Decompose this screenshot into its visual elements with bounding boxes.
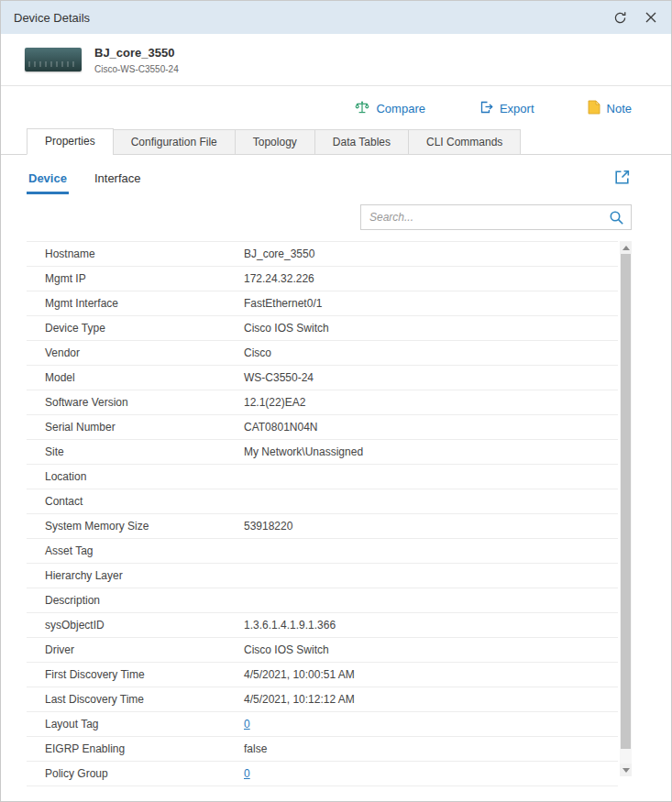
tab-data-tables[interactable]: Data Tables [314,129,409,155]
table-row: Asset Tag [27,539,618,564]
compare-label: Compare [376,102,424,115]
search-icon[interactable] [605,210,631,225]
table-row: Location [27,465,618,489]
table-row: Software Version12.1(22)EA2 [27,390,618,415]
device-details-dialog: Device Details BJ_core_3550 Cisco-WS-C35… [0,0,672,802]
property-label: Contact [45,495,244,508]
table-row: SiteMy Network\Unassigned [27,440,618,465]
table-row: Hierarchy Layer [27,564,618,588]
device-image [25,48,82,71]
property-value: CAT0801N04N [244,421,317,434]
note-button[interactable]: Note [588,100,632,117]
properties-panel: DeviceInterface Ho [1,155,671,786]
property-label: First Discovery Time [45,668,244,681]
scroll-down-icon[interactable] [620,764,632,776]
subtab-row: DeviceInterface [27,170,632,195]
subtab-device[interactable]: Device [27,170,69,194]
tab-properties[interactable]: Properties [27,128,114,155]
device-name: BJ_core_3550 [94,46,179,60]
export-button[interactable]: Export [479,100,534,117]
refresh-icon[interactable] [613,11,627,25]
table-row: Layout Tag0 [27,712,618,737]
property-label: Device Type [45,322,244,335]
property-label: Last Discovery Time [45,693,244,706]
table-row: System Memory Size53918220 [27,514,618,539]
property-value: 12.1(22)EA2 [244,396,305,409]
property-value: 4/5/2021, 10:00:51 AM [244,668,355,681]
table-row: sysObjectID1.3.6.1.4.1.9.1.366 [27,613,618,638]
property-value: Cisco IOS Switch [244,322,329,335]
search-box [360,204,632,230]
property-value: 4/5/2021, 10:12:12 AM [244,693,355,706]
export-label: Export [500,102,534,115]
property-label: Software Version [45,396,244,409]
tab-configuration-file[interactable]: Configuration File [113,129,236,155]
titlebar: Device Details [1,1,671,34]
tab-topology[interactable]: Topology [235,129,315,155]
search-input[interactable] [361,211,605,224]
table-row: VendorCisco [27,341,618,366]
table-row: Last Discovery Time4/5/2021, 10:12:12 AM [27,687,618,712]
note-label: Note [607,102,632,115]
table-row: ModelWS-C3550-24 [27,366,618,390]
property-label: Mgmt IP [45,272,244,285]
search-row [27,204,632,230]
property-value: WS-C3550-24 [244,371,314,384]
property-value-link[interactable]: 0 [244,718,250,731]
table-row: Description [27,588,618,613]
property-label: Description [45,594,244,607]
property-label: EIGRP Enabling [45,742,244,755]
table-row: HostnameBJ_core_3550 [27,242,618,267]
property-label: Model [45,371,244,384]
property-value: 53918220 [244,520,292,533]
property-value: BJ_core_3550 [244,247,314,260]
action-bar: Compare Export Note [1,86,671,128]
tab-bar: PropertiesConfiguration FileTopologyData… [1,128,671,155]
table-row: DriverCisco IOS Switch [27,638,618,663]
table-row: Mgmt InterfaceFastEthernet0/1 [27,291,618,316]
property-label: Hostname [45,247,244,260]
property-label: System Memory Size [45,520,244,533]
table-row: Mgmt IP172.24.32.226 [27,267,618,291]
property-value: 172.24.32.226 [244,272,314,285]
compare-button[interactable]: Compare [355,100,424,117]
property-label: Site [45,445,244,458]
property-label: Mgmt Interface [45,297,244,310]
property-label: Policy Group [45,767,244,780]
scroll-up-icon[interactable] [620,241,632,254]
property-value: 1.3.6.1.4.1.9.1.366 [244,619,336,632]
property-label: Asset Tag [45,544,244,557]
compare-scales-icon [355,100,369,117]
close-icon[interactable] [645,12,656,23]
tab-cli-commands[interactable]: CLI Commands [408,129,521,155]
property-label: Hierarchy Layer [45,569,244,582]
titlebar-icons [613,11,656,25]
vertical-scrollbar[interactable] [620,241,632,776]
scrollbar-thumb[interactable] [621,254,631,749]
device-header: BJ_core_3550 Cisco-WS-C3550-24 [1,34,671,86]
property-label: Location [45,470,244,483]
table-row: EIGRP Enablingfalse [27,737,618,762]
device-model: Cisco-WS-C3550-24 [94,64,179,74]
property-label: Serial Number [45,421,244,434]
export-icon [479,100,493,117]
property-value: My Network\Unassigned [244,445,363,458]
note-icon [588,100,600,117]
table-row: Serial NumberCAT0801N04N [27,415,618,440]
property-value: false [244,742,267,755]
table-row: Policy Group0 [27,762,618,786]
subtabs: DeviceInterface [27,170,167,194]
subtab-interface[interactable]: Interface [93,170,143,194]
property-value-link[interactable]: 0 [244,767,250,780]
property-rows: HostnameBJ_core_3550Mgmt IP172.24.32.226… [27,241,618,786]
open-in-new-icon[interactable] [612,168,632,191]
device-meta: BJ_core_3550 Cisco-WS-C3550-24 [94,46,179,74]
property-value: FastEthernet0/1 [244,297,322,310]
property-table: HostnameBJ_core_3550Mgmt IP172.24.32.226… [27,241,632,786]
table-row: Contact [27,489,618,514]
table-row: First Discovery Time4/5/2021, 10:00:51 A… [27,663,618,687]
property-value: Cisco [244,346,271,359]
dialog-title: Device Details [14,11,90,25]
table-row: Device TypeCisco IOS Switch [27,316,618,341]
property-label: Vendor [45,346,244,359]
